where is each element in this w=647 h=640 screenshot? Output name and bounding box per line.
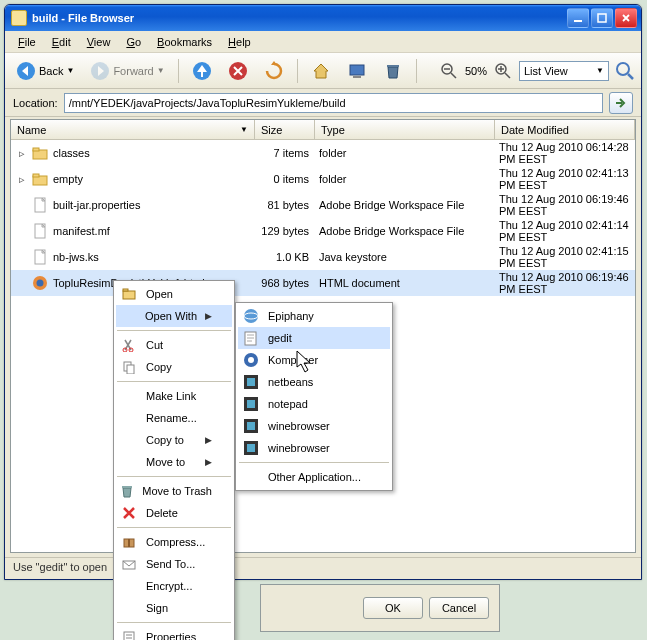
- file-icon: [32, 197, 48, 213]
- sub-komposer[interactable]: Komposer: [238, 349, 390, 371]
- ctx-cut[interactable]: Cut: [116, 334, 232, 356]
- ctx-delete[interactable]: Delete: [116, 502, 232, 524]
- svg-rect-0: [574, 20, 582, 22]
- sub-netbeans[interactable]: netbeans: [238, 371, 390, 393]
- col-date[interactable]: Date Modified: [495, 120, 635, 139]
- computer-button[interactable]: [342, 57, 372, 85]
- trash-icon: [383, 61, 403, 81]
- ctx-sign[interactable]: Sign: [116, 597, 232, 619]
- go-button[interactable]: [609, 92, 633, 114]
- ctx-copy-to[interactable]: Copy to▶: [116, 429, 232, 451]
- svg-point-47: [248, 357, 254, 363]
- svg-rect-28: [123, 289, 128, 291]
- table-row[interactable]: TopluResimDegistirYukle1.html968 bytesHT…: [11, 270, 635, 296]
- close-button[interactable]: [615, 8, 637, 28]
- file-size: 7 items: [259, 147, 319, 159]
- table-row[interactable]: ▹empty0 itemsfolderThu 12 Aug 2010 02:41…: [11, 166, 635, 192]
- sub-epiphany[interactable]: Epiphany: [238, 305, 390, 327]
- home-button[interactable]: [306, 57, 336, 85]
- location-input[interactable]: /mnt/YEDEK/javaProjects/JavaTopluResimYu…: [64, 93, 603, 113]
- menubar: File Edit View Go Bookmarks Help: [5, 31, 641, 53]
- forward-button[interactable]: Forward ▼: [85, 57, 169, 85]
- dropdown-icon: ▼: [66, 66, 74, 75]
- context-menu: Open Open With▶ Cut Copy Make Link Renam…: [113, 280, 235, 640]
- trash-button[interactable]: [378, 57, 408, 85]
- up-button[interactable]: [187, 57, 217, 85]
- svg-rect-7: [353, 76, 361, 78]
- zoom-in-icon[interactable]: [493, 61, 513, 81]
- menu-view[interactable]: View: [80, 34, 118, 50]
- svg-line-13: [505, 73, 510, 78]
- svg-line-10: [451, 73, 456, 78]
- location-bar: Location: /mnt/YEDEK/javaProjects/JavaTo…: [5, 89, 641, 117]
- titlebar[interactable]: build - File Browser: [5, 5, 641, 31]
- search-icon[interactable]: [615, 61, 635, 81]
- menu-bookmarks[interactable]: Bookmarks: [150, 34, 219, 50]
- folder-icon: [32, 171, 48, 187]
- expand-icon[interactable]: ▹: [17, 147, 27, 160]
- file-type: Java keystore: [319, 251, 499, 263]
- stop-button[interactable]: [223, 57, 253, 85]
- ctx-trash[interactable]: Move to Trash: [116, 480, 232, 502]
- file-date: Thu 12 Aug 2010 02:41:14 PM EEST: [499, 219, 631, 243]
- expand-icon[interactable]: ▹: [17, 173, 27, 186]
- back-button[interactable]: Back ▼: [11, 57, 79, 85]
- svg-point-40: [244, 309, 258, 323]
- ctx-encrypt[interactable]: Encrypt...: [116, 575, 232, 597]
- forward-icon: [90, 61, 110, 81]
- cut-icon: [120, 336, 138, 354]
- dialog-buttons: OK Cancel: [260, 584, 500, 632]
- sub-winebrowser2[interactable]: winebrowser: [238, 437, 390, 459]
- table-row[interactable]: manifest.mf129 bytesAdobe Bridge Workspa…: [11, 218, 635, 244]
- ctx-compress[interactable]: Compress...: [116, 531, 232, 553]
- table-row[interactable]: nb-jws.ks1.0 KBJava keystoreThu 12 Aug 2…: [11, 244, 635, 270]
- svg-rect-32: [127, 365, 134, 374]
- menu-go[interactable]: Go: [119, 34, 148, 50]
- ctx-make-link[interactable]: Make Link: [116, 385, 232, 407]
- reload-button[interactable]: [259, 57, 289, 85]
- sub-winebrowser1[interactable]: winebrowser: [238, 415, 390, 437]
- komposer-icon: [242, 351, 260, 369]
- svg-rect-19: [33, 148, 39, 151]
- ctx-open-with[interactable]: Open With▶: [116, 305, 232, 327]
- svg-rect-37: [124, 632, 134, 640]
- svg-rect-49: [247, 378, 255, 386]
- ctx-open[interactable]: Open: [116, 283, 232, 305]
- ctx-properties[interactable]: Properties: [116, 626, 232, 640]
- col-name[interactable]: Name▼: [11, 120, 255, 139]
- cancel-button[interactable]: Cancel: [429, 597, 489, 619]
- sub-gedit[interactable]: gedit: [238, 327, 390, 349]
- minimize-button[interactable]: [567, 8, 589, 28]
- svg-rect-21: [33, 174, 39, 177]
- ctx-move-to[interactable]: Move to▶: [116, 451, 232, 473]
- svg-rect-8: [387, 65, 399, 67]
- view-select[interactable]: List View▼: [519, 61, 609, 81]
- zoom-out-icon[interactable]: [439, 61, 459, 81]
- file-date: Thu 12 Aug 2010 06:14:28 PM EEST: [499, 141, 631, 165]
- trash-icon: [120, 482, 134, 500]
- sub-other-application[interactable]: Other Application...: [238, 466, 390, 488]
- stop-icon: [228, 61, 248, 81]
- ctx-copy[interactable]: Copy: [116, 356, 232, 378]
- file-name: manifest.mf: [53, 225, 110, 237]
- ok-button[interactable]: OK: [363, 597, 423, 619]
- col-size[interactable]: Size: [255, 120, 315, 139]
- table-row[interactable]: ▹classes7 itemsfolderThu 12 Aug 2010 06:…: [11, 140, 635, 166]
- menu-help[interactable]: Help: [221, 34, 258, 50]
- app-icon: [242, 439, 260, 457]
- file-name: empty: [53, 173, 83, 185]
- maximize-button[interactable]: [591, 8, 613, 28]
- svg-rect-55: [247, 444, 255, 452]
- file-date: Thu 12 Aug 2010 02:41:15 PM EEST: [499, 245, 631, 269]
- ctx-send-to[interactable]: Send To...: [116, 553, 232, 575]
- menu-file[interactable]: File: [11, 34, 43, 50]
- table-row[interactable]: built-jar.properties81 bytesAdobe Bridge…: [11, 192, 635, 218]
- menu-edit[interactable]: Edit: [45, 34, 78, 50]
- app-icon: [242, 395, 260, 413]
- zoom-label: 50%: [465, 65, 487, 77]
- sub-notepad[interactable]: notepad: [238, 393, 390, 415]
- file-size: 81 bytes: [259, 199, 319, 211]
- statusbar: Use "gedit" to open: [5, 557, 641, 579]
- ctx-rename[interactable]: Rename...: [116, 407, 232, 429]
- col-type[interactable]: Type: [315, 120, 495, 139]
